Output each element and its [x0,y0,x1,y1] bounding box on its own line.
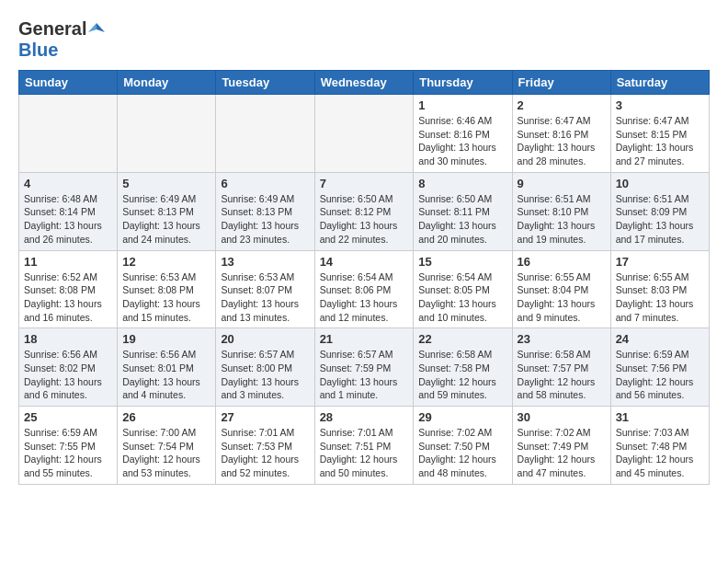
day-info: Sunrise: 6:53 AM Sunset: 8:08 PM Dayligh… [122,270,210,325]
day-number: 20 [221,332,309,346]
calendar-cell: 30Sunrise: 7:02 AM Sunset: 7:49 PM Dayli… [512,407,610,485]
day-info: Sunrise: 6:56 AM Sunset: 8:01 PM Dayligh… [122,348,210,402]
weekday-header-wednesday: Wednesday [314,71,414,95]
weekday-header-tuesday: Tuesday [216,71,314,95]
day-info: Sunrise: 6:57 AM Sunset: 8:00 PM Dayligh… [221,348,309,402]
day-info: Sunrise: 6:58 AM Sunset: 7:57 PM Dayligh… [518,348,606,402]
calendar-week-row: 1Sunrise: 6:46 AM Sunset: 8:16 PM Daylig… [19,95,710,173]
logo: General Blue [18,18,105,61]
day-info: Sunrise: 7:01 AM Sunset: 7:51 PM Dayligh… [320,426,409,480]
day-number: 21 [320,332,409,346]
calendar-cell: 3Sunrise: 6:47 AM Sunset: 8:15 PM Daylig… [610,95,709,173]
day-number: 26 [122,410,210,424]
day-info: Sunrise: 6:59 AM Sunset: 7:55 PM Dayligh… [24,426,112,480]
day-number: 24 [616,332,704,346]
calendar-cell: 29Sunrise: 7:02 AM Sunset: 7:50 PM Dayli… [414,407,512,485]
svg-marker-1 [88,23,97,32]
calendar-cell: 6Sunrise: 6:49 AM Sunset: 8:13 PM Daylig… [216,172,314,250]
day-info: Sunrise: 7:03 AM Sunset: 7:48 PM Dayligh… [616,426,704,480]
calendar-cell: 16Sunrise: 6:55 AM Sunset: 8:04 PM Dayli… [512,250,610,328]
calendar-cell [216,95,314,173]
day-info: Sunrise: 6:51 AM Sunset: 8:09 PM Dayligh… [616,192,704,247]
calendar-cell: 23Sunrise: 6:58 AM Sunset: 7:57 PM Dayli… [512,328,610,407]
calendar-week-row: 11Sunrise: 6:52 AM Sunset: 8:08 PM Dayli… [19,250,710,328]
calendar-cell: 5Sunrise: 6:49 AM Sunset: 8:13 PM Daylig… [118,172,216,250]
calendar-cell: 14Sunrise: 6:54 AM Sunset: 8:06 PM Dayli… [314,250,414,328]
day-number: 19 [122,332,210,346]
calendar-cell: 22Sunrise: 6:58 AM Sunset: 7:58 PM Dayli… [414,328,512,407]
calendar-cell: 17Sunrise: 6:55 AM Sunset: 8:03 PM Dayli… [610,250,709,328]
day-number: 15 [418,255,506,269]
day-info: Sunrise: 7:02 AM Sunset: 7:49 PM Dayligh… [518,426,606,480]
weekday-header-saturday: Saturday [610,71,709,95]
logo-bird-icon [88,21,105,38]
calendar-cell: 2Sunrise: 6:47 AM Sunset: 8:16 PM Daylig… [512,95,610,173]
logo-general-text: General [18,18,86,40]
day-number: 1 [418,98,506,112]
calendar-cell: 31Sunrise: 7:03 AM Sunset: 7:48 PM Dayli… [610,407,709,485]
calendar-week-row: 18Sunrise: 6:56 AM Sunset: 8:02 PM Dayli… [19,328,710,407]
calendar-cell: 11Sunrise: 6:52 AM Sunset: 8:08 PM Dayli… [19,250,118,328]
calendar-cell: 19Sunrise: 6:56 AM Sunset: 8:01 PM Dayli… [118,328,216,407]
day-info: Sunrise: 6:57 AM Sunset: 7:59 PM Dayligh… [320,348,409,402]
day-number: 25 [24,410,112,424]
day-info: Sunrise: 6:48 AM Sunset: 8:14 PM Dayligh… [24,192,112,247]
day-number: 11 [24,255,112,269]
day-number: 9 [518,177,606,190]
calendar-cell [118,95,216,173]
day-info: Sunrise: 6:53 AM Sunset: 8:07 PM Dayligh… [221,270,309,325]
calendar-cell: 1Sunrise: 6:46 AM Sunset: 8:16 PM Daylig… [414,95,512,173]
calendar-cell [314,95,414,173]
day-number: 18 [24,332,112,346]
day-number: 22 [418,332,506,346]
calendar-week-row: 25Sunrise: 6:59 AM Sunset: 7:55 PM Dayli… [19,407,710,485]
day-number: 23 [518,332,606,346]
calendar-week-row: 4Sunrise: 6:48 AM Sunset: 8:14 PM Daylig… [19,172,710,250]
calendar-cell: 21Sunrise: 6:57 AM Sunset: 7:59 PM Dayli… [314,328,414,407]
calendar-cell: 10Sunrise: 6:51 AM Sunset: 8:09 PM Dayli… [610,172,709,250]
calendar-cell: 8Sunrise: 6:50 AM Sunset: 8:11 PM Daylig… [414,172,512,250]
day-number: 7 [320,177,409,190]
day-info: Sunrise: 6:50 AM Sunset: 8:11 PM Dayligh… [418,192,506,247]
day-number: 2 [518,98,606,112]
calendar-cell: 15Sunrise: 6:54 AM Sunset: 8:05 PM Dayli… [414,250,512,328]
day-info: Sunrise: 7:01 AM Sunset: 7:53 PM Dayligh… [221,426,309,480]
calendar-cell: 28Sunrise: 7:01 AM Sunset: 7:51 PM Dayli… [314,407,414,485]
calendar-cell: 27Sunrise: 7:01 AM Sunset: 7:53 PM Dayli… [216,407,314,485]
day-info: Sunrise: 6:47 AM Sunset: 8:15 PM Dayligh… [616,114,704,168]
day-info: Sunrise: 6:52 AM Sunset: 8:08 PM Dayligh… [24,270,112,325]
day-number: 30 [518,410,606,424]
weekday-header-sunday: Sunday [19,71,118,95]
day-info: Sunrise: 6:56 AM Sunset: 8:02 PM Dayligh… [24,348,112,402]
logo-blue-text: Blue [18,40,58,60]
day-number: 10 [616,177,704,190]
day-number: 13 [221,255,309,269]
day-info: Sunrise: 6:47 AM Sunset: 8:16 PM Dayligh… [518,114,606,168]
day-number: 29 [418,410,506,424]
calendar-cell: 20Sunrise: 6:57 AM Sunset: 8:00 PM Dayli… [216,328,314,407]
calendar-cell: 26Sunrise: 7:00 AM Sunset: 7:54 PM Dayli… [118,407,216,485]
calendar-cell: 24Sunrise: 6:59 AM Sunset: 7:56 PM Dayli… [610,328,709,407]
day-info: Sunrise: 7:00 AM Sunset: 7:54 PM Dayligh… [122,426,210,480]
weekday-header-friday: Friday [512,71,610,95]
weekday-header-thursday: Thursday [414,71,512,95]
day-info: Sunrise: 6:54 AM Sunset: 8:06 PM Dayligh… [320,270,409,325]
day-number: 14 [320,255,409,269]
day-number: 28 [320,410,409,424]
calendar-cell: 9Sunrise: 6:51 AM Sunset: 8:10 PM Daylig… [512,172,610,250]
day-info: Sunrise: 6:54 AM Sunset: 8:05 PM Dayligh… [418,270,506,325]
day-info: Sunrise: 6:55 AM Sunset: 8:04 PM Dayligh… [518,270,606,325]
calendar-header-row: SundayMondayTuesdayWednesdayThursdayFrid… [19,71,710,95]
day-number: 3 [616,98,704,112]
day-number: 17 [616,255,704,269]
svg-marker-0 [97,23,105,32]
calendar-cell: 4Sunrise: 6:48 AM Sunset: 8:14 PM Daylig… [19,172,118,250]
calendar-cell: 18Sunrise: 6:56 AM Sunset: 8:02 PM Dayli… [19,328,118,407]
day-info: Sunrise: 7:02 AM Sunset: 7:50 PM Dayligh… [418,426,506,480]
calendar-cell: 13Sunrise: 6:53 AM Sunset: 8:07 PM Dayli… [216,250,314,328]
day-number: 16 [518,255,606,269]
day-number: 8 [418,177,506,190]
calendar-table: SundayMondayTuesdayWednesdayThursdayFrid… [18,70,710,485]
weekday-header-monday: Monday [118,71,216,95]
day-number: 6 [221,177,309,190]
